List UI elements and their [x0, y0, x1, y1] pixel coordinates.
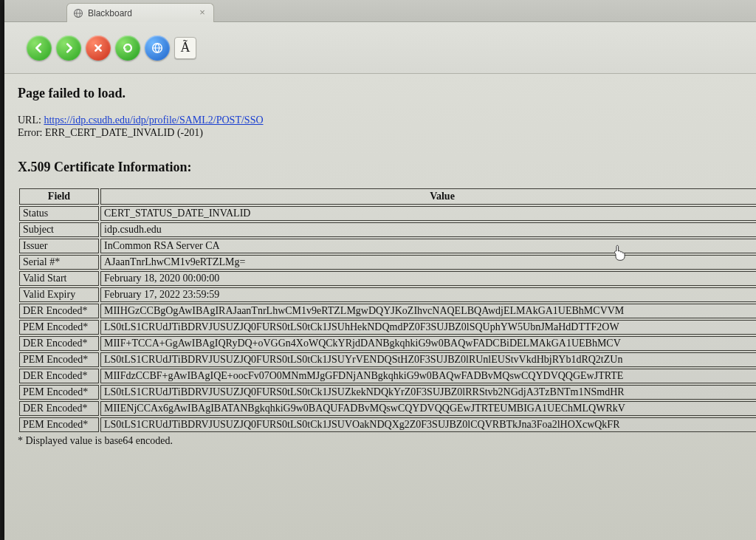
arrow-right-icon: [62, 41, 75, 55]
table-row: PEM Encoded*LS0tLS1CRUdJTiBDRVJUSUZJQ0FU…: [19, 417, 756, 432]
table-row: PEM Encoded*LS0tLS1CRUdJTiBDRVJUSUZJQ0FU…: [19, 352, 756, 367]
cell-field: Valid Start: [19, 271, 99, 286]
back-button[interactable]: [27, 35, 52, 61]
footnote: * Displayed value is base64 encoded.: [18, 435, 743, 447]
table-row: DER Encoded*MIIENjCCAx6gAwIBAgIBATANBgkq…: [19, 401, 756, 416]
tab-close-icon[interactable]: ×: [197, 7, 207, 18]
cell-value: February 18, 2020 00:00:00: [100, 271, 756, 286]
error-value: ERR_CERT_DATE_INVALID (-201): [45, 127, 203, 138]
tab-blackboard[interactable]: Blackboard ×: [66, 3, 214, 22]
cell-value: MIIF+TCCA+GgAwIBAgIQRyDQ+oVGGn4XoWQCkYRj…: [100, 336, 756, 351]
cell-value: MIIFdzCCBF+gAwIBAgIQE+oocFv07O0MNmMJgGFD…: [100, 369, 756, 383]
table-row: Serial #*AJaanTnrLhwCM1v9eRTZLMg=: [19, 255, 756, 270]
cell-field: PEM Encoded*: [19, 385, 99, 400]
th-field: Field: [19, 188, 99, 205]
refresh-icon: [121, 41, 134, 55]
cell-value: MIIENjCCAx6gAwIBAgIBATANBgkqhkiG9w0BAQUF…: [100, 401, 756, 416]
cell-field: PEM Encoded*: [19, 417, 99, 432]
th-value: Value: [100, 188, 756, 205]
cell-field: Serial #*: [19, 255, 99, 270]
table-row: StatusCERT_STATUS_DATE_INVALID: [19, 206, 756, 221]
cell-field: PEM Encoded*: [19, 352, 99, 367]
cell-value: idp.csudh.edu: [100, 222, 756, 237]
forward-button[interactable]: [56, 35, 81, 61]
cell-field: Issuer: [19, 239, 99, 253]
url-link[interactable]: https://idp.csudh.edu/idp/profile/SAML2/…: [44, 115, 263, 126]
table-row: PEM Encoded*LS0tLS1CRUdJTiBDRVJUSUZJQ0FU…: [19, 320, 756, 335]
table-row: DER Encoded*MIIFdzCCBF+gAwIBAgIQE+oocFv0…: [19, 369, 756, 383]
table-row: IssuerInCommon RSA Server CA: [19, 239, 756, 253]
table-row: PEM Encoded*LS0tLS1CRUdJTiBDRVJUSUZJQ0FU…: [19, 385, 756, 400]
table-row: Valid ExpiryFebruary 17, 2022 23:59:59: [19, 287, 756, 302]
cell-field: PEM Encoded*: [19, 320, 99, 335]
stop-button[interactable]: [86, 35, 111, 61]
cell-value: LS0tLS1CRUdJTiBDRVJUSUZJQ0FURS0tLS0tCk1J…: [100, 385, 756, 400]
cell-field: DER Encoded*: [19, 304, 99, 318]
table-row: Subjectidp.csudh.edu: [19, 222, 756, 237]
cell-value: February 17, 2022 23:59:59: [100, 287, 756, 302]
cell-field: DER Encoded*: [19, 369, 99, 383]
refresh-button[interactable]: [115, 35, 140, 61]
cell-field: Subject: [19, 222, 99, 237]
cell-value: AJaanTnrLhwCM1v9eRTZLMg=: [100, 255, 756, 270]
toolbar: Ã: [4, 22, 756, 74]
cell-value: CERT_STATUS_DATE_INVALID: [100, 206, 756, 221]
table-row: Valid StartFebruary 18, 2020 00:00:00: [19, 271, 756, 286]
tab-strip: Blackboard ×: [4, 0, 756, 22]
table-row: DER Encoded*MIIF+TCCA+GgAwIBAgIQRyDQ+oVG…: [19, 336, 756, 351]
error-line: Error: ERR_CERT_DATE_INVALID (-201): [18, 127, 743, 139]
error-label: Error:: [18, 127, 42, 138]
close-icon: [92, 41, 105, 55]
cell-value: MIIHGzCCBgOgAwIBAgIRAJaanTnrLhwCM1v9eRTZ…: [100, 304, 756, 318]
url-label: URL:: [18, 115, 41, 126]
cell-field: DER Encoded*: [19, 336, 99, 351]
cell-value: LS0tLS1CRUdJTiBDRVJUSUZJQ0FURS0tLS0tCk1J…: [100, 417, 756, 432]
cell-value: InCommon RSA Server CA: [100, 239, 756, 253]
url-line: URL: https://idp.csudh.edu/idp/profile/S…: [18, 115, 743, 126]
globe-icon: [73, 8, 83, 18]
table-row: DER Encoded*MIIHGzCCBgOgAwIBAgIRAJaanTnr…: [19, 304, 756, 318]
page-title: Page failed to load.: [18, 86, 743, 101]
page-content: Page failed to load. URL: https://idp.cs…: [4, 74, 756, 540]
cell-value: LS0tLS1CRUdJTiBDRVJUSUZJQ0FURS0tLS0tCk1J…: [100, 320, 756, 335]
browser-window: Blackboard × Ã Page failed to load. URL:…: [4, 0, 756, 540]
home-button[interactable]: [145, 35, 170, 61]
tab-title: Blackboard: [88, 8, 132, 18]
arrow-left-icon: [32, 41, 46, 55]
cell-value: LS0tLS1CRUdJTiBDRVJUSUZJQ0FURS0tLS0tCk1J…: [100, 352, 756, 367]
world-icon: [151, 41, 164, 55]
font-button-label: Ã: [181, 40, 190, 55]
cell-field: DER Encoded*: [19, 401, 99, 416]
cell-field: Valid Expiry: [19, 287, 99, 302]
cert-table: Field Value StatusCERT_STATUS_DATE_INVAL…: [18, 187, 756, 434]
cert-info-heading: X.509 Certificate Information:: [18, 160, 743, 175]
font-button[interactable]: Ã: [174, 37, 196, 59]
table-header-row: Field Value: [19, 188, 756, 205]
cell-field: Status: [19, 206, 99, 221]
